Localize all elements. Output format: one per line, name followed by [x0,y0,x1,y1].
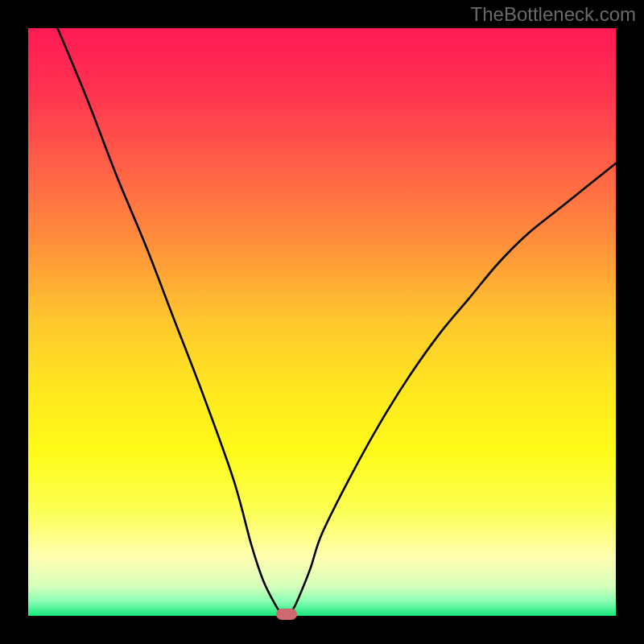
plot-svg [28,28,616,616]
chart-frame: TheBottleneck.com [0,0,644,644]
watermark-text: TheBottleneck.com [471,3,636,26]
bottleneck-plot [28,28,616,616]
gradient-background [28,28,616,616]
bottleneck-marker [276,609,297,620]
